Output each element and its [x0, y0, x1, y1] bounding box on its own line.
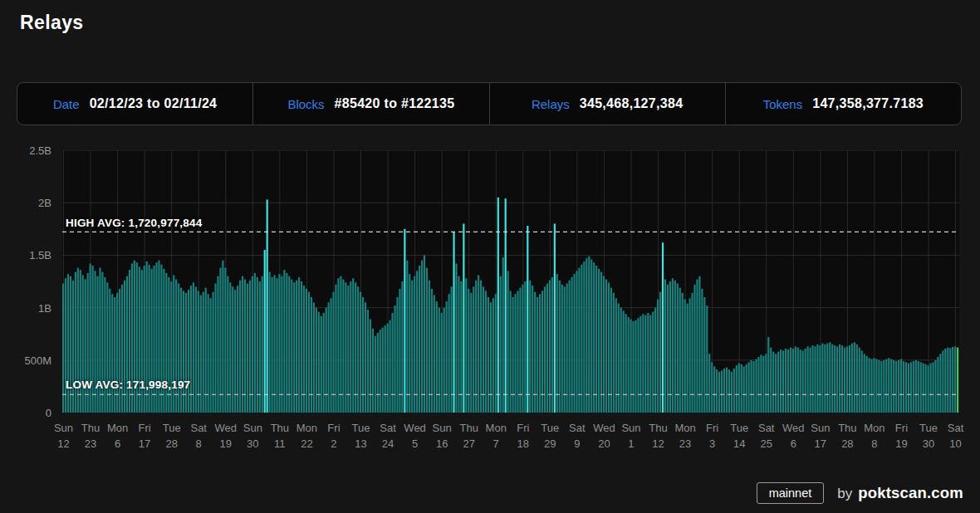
bar[interactable] [586, 258, 587, 413]
bar[interactable] [669, 281, 671, 413]
bar[interactable] [723, 369, 725, 413]
bar[interactable] [306, 289, 307, 413]
bar[interactable] [416, 271, 418, 413]
bar[interactable] [446, 301, 448, 413]
bar[interactable] [841, 345, 843, 413]
bar[interactable] [298, 277, 300, 413]
bar[interactable] [165, 273, 167, 413]
bar[interactable] [595, 266, 597, 413]
bar[interactable] [908, 364, 909, 413]
bar[interactable] [569, 281, 571, 413]
bar[interactable] [460, 281, 462, 413]
bar[interactable] [885, 359, 887, 413]
bar[interactable] [556, 274, 558, 413]
bar[interactable] [414, 276, 415, 413]
bar[interactable] [347, 286, 349, 413]
plot-area[interactable]: HIGH AVG: 1,720,977,844 LOW AVG: 171,998… [62, 150, 959, 413]
bar[interactable] [698, 276, 700, 413]
bar[interactable] [954, 346, 956, 413]
bar[interactable] [802, 350, 804, 413]
bar[interactable] [846, 346, 848, 413]
bar[interactable] [316, 308, 317, 413]
bar[interactable] [693, 285, 695, 413]
bar[interactable] [311, 297, 312, 413]
bar[interactable] [546, 284, 548, 413]
bar[interactable] [878, 360, 880, 413]
bar[interactable] [733, 369, 735, 413]
bar[interactable] [237, 286, 238, 413]
bar[interactable] [869, 358, 870, 413]
bar[interactable] [639, 316, 641, 413]
bar[interactable] [283, 270, 285, 413]
bar[interactable] [731, 372, 733, 413]
bar[interactable] [104, 277, 105, 413]
bar[interactable] [770, 348, 772, 413]
bar[interactable] [264, 250, 266, 413]
bar[interactable] [492, 298, 494, 413]
bar[interactable] [588, 256, 590, 413]
bar[interactable] [851, 344, 853, 413]
bar[interactable] [713, 366, 715, 413]
bar[interactable] [772, 352, 774, 413]
bar[interactable] [635, 320, 636, 413]
bar[interactable] [561, 285, 563, 413]
bar[interactable] [775, 354, 777, 413]
bar[interactable] [748, 362, 750, 413]
bar[interactable] [755, 359, 757, 413]
bar[interactable] [564, 286, 566, 413]
bar[interactable] [814, 346, 816, 413]
bar[interactable] [394, 305, 395, 413]
bar[interactable] [448, 294, 450, 413]
bar[interactable] [391, 313, 393, 413]
bar[interactable] [500, 276, 502, 413]
bar[interactable] [610, 288, 612, 413]
bar[interactable] [168, 277, 169, 413]
bar[interactable] [468, 289, 469, 413]
bar[interactable] [96, 276, 98, 413]
bar[interactable] [247, 284, 248, 413]
bar[interactable] [893, 360, 894, 413]
bar[interactable] [539, 294, 541, 413]
bar[interactable] [488, 297, 489, 413]
bar[interactable] [421, 261, 423, 413]
bar[interactable] [866, 356, 868, 413]
bar[interactable] [497, 198, 499, 413]
bar[interactable] [934, 360, 936, 413]
bar[interactable] [151, 269, 153, 413]
bar[interactable] [190, 286, 192, 413]
bar[interactable] [711, 362, 713, 413]
bar[interactable] [716, 369, 718, 413]
bar[interactable] [451, 286, 453, 413]
bar[interactable] [721, 370, 723, 413]
bar[interactable] [895, 361, 897, 413]
bar[interactable] [331, 298, 332, 413]
byline-brand-link[interactable]: poktscan.com [858, 484, 963, 502]
bar[interactable] [406, 261, 408, 413]
bar[interactable] [630, 320, 632, 413]
bar[interactable] [404, 229, 405, 413]
bar[interactable] [647, 313, 649, 413]
bar[interactable] [581, 265, 582, 413]
bar[interactable] [273, 275, 275, 413]
bar[interactable] [880, 361, 882, 413]
bar[interactable] [937, 357, 938, 413]
bar[interactable] [232, 286, 233, 413]
bar[interactable] [326, 308, 327, 413]
bar[interactable] [286, 273, 287, 413]
bar[interactable] [365, 302, 366, 413]
bar[interactable] [424, 255, 425, 413]
bar[interactable] [623, 310, 625, 413]
bar[interactable] [75, 272, 76, 413]
bar[interactable] [321, 316, 322, 413]
bar[interactable] [85, 279, 86, 413]
bar[interactable] [578, 268, 580, 413]
bar[interactable] [762, 356, 764, 413]
bar[interactable] [431, 289, 433, 413]
bar[interactable] [259, 281, 261, 413]
bar[interactable] [807, 346, 809, 413]
bar[interactable] [114, 297, 115, 413]
bar[interactable] [436, 301, 438, 413]
bar[interactable] [701, 289, 703, 413]
bar[interactable] [816, 344, 818, 413]
bar[interactable] [357, 286, 359, 413]
